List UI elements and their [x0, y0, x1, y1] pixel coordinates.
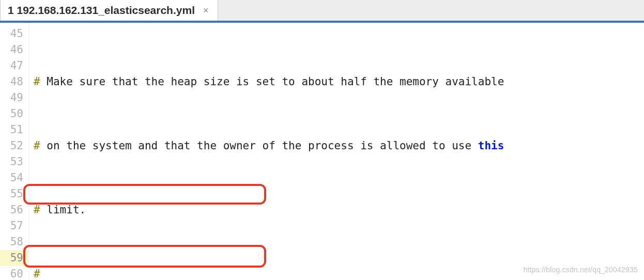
code-line: # Make sure that the heap size is set to…	[29, 74, 644, 90]
hash-icon: #	[34, 204, 40, 216]
tab-title: 1 192.168.162.131_elasticsearch.yml	[8, 4, 195, 17]
line-number: 51	[0, 122, 28, 138]
editor[interactable]: 45464748495051525354555657585960 # Make …	[0, 23, 644, 280]
gutter: 45464748495051525354555657585960	[0, 23, 29, 280]
line-number: 53	[0, 154, 28, 170]
line-number: 54	[0, 170, 28, 186]
comment-text: on the system and that the owner of the …	[47, 139, 478, 152]
hash-icon: #	[34, 75, 40, 88]
code-line: # limit.	[29, 202, 644, 218]
hash-icon: #	[34, 268, 40, 280]
annotation-box	[23, 184, 266, 205]
line-number: 60	[0, 266, 28, 280]
line-number: 58	[0, 234, 28, 250]
line-number: 50	[0, 106, 28, 122]
comment-text: limit.	[47, 204, 86, 216]
line-number: 49	[0, 90, 28, 106]
close-icon[interactable]: ×	[201, 5, 211, 16]
keyword-this: this	[478, 139, 504, 152]
line-number: 52	[0, 138, 28, 154]
line-number: 57	[0, 218, 28, 234]
line-number: 48	[0, 74, 28, 90]
line-number: 45	[0, 26, 28, 42]
tab-bar: 1 192.168.162.131_elasticsearch.yml ×	[0, 0, 644, 23]
code-area[interactable]: # Make sure that the heap size is set to…	[29, 23, 644, 280]
code-line: # on the system and that the owner of th…	[29, 138, 644, 154]
line-number: 56	[0, 202, 28, 218]
code-line: #	[29, 266, 644, 280]
line-number: 47	[0, 58, 28, 74]
hash-icon: #	[34, 139, 40, 152]
line-number: 59	[0, 250, 28, 266]
line-number: 46	[0, 42, 28, 58]
annotation-box	[23, 245, 266, 268]
comment-text: Make sure that the heap size is set to a…	[47, 75, 504, 88]
line-number: 55	[0, 186, 28, 202]
tab-file[interactable]: 1 192.168.162.131_elasticsearch.yml ×	[0, 0, 218, 21]
